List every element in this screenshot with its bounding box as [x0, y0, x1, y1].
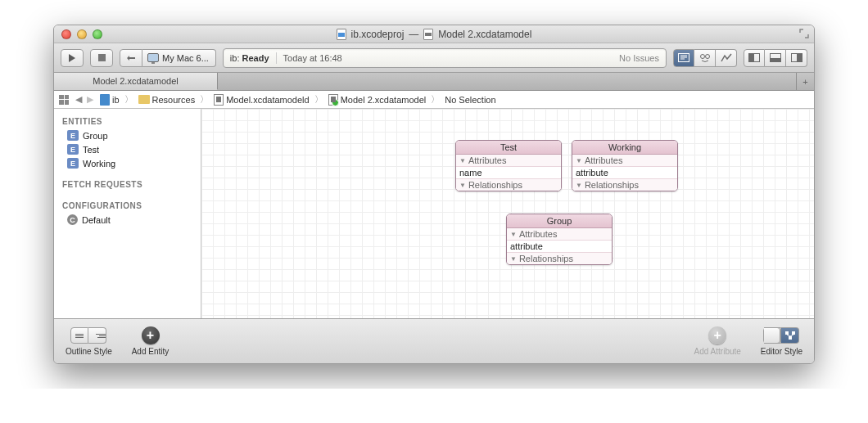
relationships-section[interactable]: ▼Relationships	[456, 179, 561, 191]
editor-standard-button[interactable]	[673, 49, 694, 67]
attributes-section[interactable]: ▼Attributes	[572, 155, 677, 167]
model-version-icon	[328, 94, 338, 106]
fullscreen-icon[interactable]	[799, 29, 809, 38]
editor-style-label: Editor Style	[761, 347, 802, 356]
project-icon	[100, 94, 110, 106]
add-attribute-label: Add Attribute	[694, 347, 741, 356]
plus-icon: +	[142, 326, 160, 344]
svg-rect-7	[792, 331, 795, 335]
editor-assistant-button[interactable]	[694, 49, 716, 67]
svg-point-5	[705, 54, 709, 58]
nav-forward-button[interactable]: ▶	[87, 94, 93, 105]
plus-icon: +	[708, 326, 726, 344]
attribute-row[interactable]: attribute	[572, 167, 677, 179]
attribute-row[interactable]: name	[456, 167, 561, 179]
outline-style-control[interactable]: Outline Style	[66, 326, 112, 356]
model-bundle-icon	[214, 94, 224, 106]
entity-badge-icon: E	[67, 144, 79, 155]
attributes-section[interactable]: ▼Attributes	[507, 228, 612, 241]
panel-left-button[interactable]	[744, 49, 765, 67]
add-entity-button[interactable]: + Add Entity	[132, 326, 170, 356]
entity-item-test[interactable]: ETest	[54, 142, 201, 156]
crumb-resources[interactable]: Resources	[138, 95, 196, 105]
scheme-label: My Mac 6...	[162, 53, 209, 63]
entity-header: Working	[572, 141, 677, 155]
bottombar: Outline Style + Add Entity + Add Attribu…	[54, 318, 814, 363]
add-entity-label: Add Entity	[132, 347, 170, 356]
entity-item-working[interactable]: EWorking	[54, 156, 201, 170]
config-item-default[interactable]: CDefault	[54, 213, 201, 227]
editor-version-button[interactable]	[716, 49, 737, 67]
mac-icon	[147, 53, 159, 62]
activity-time: Today at 16:48	[283, 53, 342, 63]
editor-style-control[interactable]: Editor Style	[761, 326, 802, 356]
scheme-selector[interactable]: My Mac 6...	[142, 49, 216, 67]
tab-model[interactable]: Model 2.xcdatamodel	[54, 73, 218, 90]
entity-badge-icon: E	[67, 130, 79, 141]
minimize-window-button[interactable]	[77, 29, 87, 39]
canvas-entity-group[interactable]: Group▼Attributesattribute▼Relationships	[506, 214, 613, 265]
project-doc-icon	[337, 29, 346, 40]
configurations-header: CONFIGURATIONS	[54, 198, 201, 213]
canvas[interactable]: Test▼Attributesname▼RelationshipsWorking…	[201, 109, 814, 318]
no-issues-label: No Issues	[619, 53, 659, 63]
toolbar: My Mac 6... ib: Ready Today at 16:48 No …	[54, 43, 814, 73]
svg-rect-8	[789, 336, 792, 340]
outline-style-label: Outline Style	[66, 347, 112, 356]
canvas-entity-working[interactable]: Working▼Attributesattribute▼Relationship…	[572, 140, 678, 191]
entity-header: Test	[456, 141, 561, 155]
entity-badge-icon: E	[67, 158, 79, 169]
title-project: ib.xcodeproj	[351, 29, 405, 40]
title-separator: —	[409, 29, 418, 40]
crumb-model[interactable]: Model 2.xcdatamodel	[328, 94, 427, 106]
relationships-section[interactable]: ▼Relationships	[572, 179, 677, 191]
svg-line-10	[790, 335, 793, 336]
config-badge-icon: C	[67, 214, 78, 225]
run-button[interactable]	[61, 49, 84, 67]
title-model: Model 2.xcdatamodel	[438, 29, 531, 40]
entity-item-group[interactable]: EGroup	[54, 128, 201, 142]
activity-status: Ready	[242, 53, 269, 63]
add-tab-button[interactable]: +	[796, 73, 814, 90]
svg-point-4	[700, 54, 704, 58]
nav-back-button[interactable]: ◀	[75, 94, 82, 105]
activity-prefix: ib:	[230, 53, 240, 63]
svg-rect-6	[785, 331, 789, 335]
attributes-section[interactable]: ▼Attributes	[456, 155, 561, 167]
crumb-selection[interactable]: No Selection	[445, 95, 495, 105]
canvas-entity-test[interactable]: Test▼Attributesname▼Relationships	[455, 140, 562, 191]
folder-icon	[138, 95, 150, 104]
window-title: ib.xcodeproj — Model 2.xcdatamodel	[54, 29, 814, 40]
close-window-button[interactable]	[61, 29, 71, 39]
fetch-requests-header: FETCH REQUESTS	[54, 177, 201, 191]
zoom-window-button[interactable]	[93, 29, 102, 39]
panel-bottom-button[interactable]	[765, 49, 786, 67]
jumpbar: ◀ ▶ ib 〉 Resources 〉 Model.xcdatamodeld …	[54, 91, 814, 109]
entity-header: Group	[507, 214, 612, 228]
model-doc-icon	[423, 29, 433, 40]
entities-header: ENTITIES	[54, 114, 201, 128]
titlebar: ib.xcodeproj — Model 2.xcdatamodel	[54, 25, 814, 43]
attribute-row[interactable]: attribute	[507, 241, 612, 253]
sidebar: ENTITIES EGroup ETest EWorking FETCH REQ…	[54, 109, 201, 318]
add-attribute-button: + Add Attribute	[694, 326, 741, 356]
stop-button[interactable]	[90, 49, 113, 67]
activity-viewer: ib: Ready Today at 16:48 No Issues	[223, 48, 667, 68]
crumb-project[interactable]: ib	[100, 94, 120, 106]
relationships-section[interactable]: ▼Relationships	[507, 253, 612, 264]
svg-line-9	[787, 335, 790, 336]
tabbar: Model 2.xcdatamodel +	[54, 73, 814, 91]
crumb-modeld[interactable]: Model.xcdatamodeld	[214, 94, 310, 106]
panel-right-button[interactable]	[786, 49, 807, 67]
scheme-breakpoint-button[interactable]	[120, 49, 142, 67]
related-items-icon[interactable]	[59, 95, 69, 105]
